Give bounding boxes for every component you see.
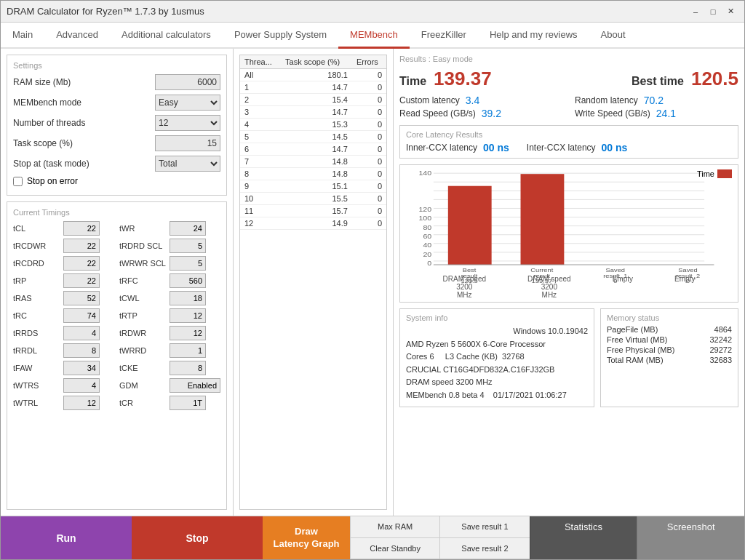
num-threads-label: Number of threads	[13, 118, 155, 128]
screenshot-button[interactable]: Screenshot	[637, 516, 744, 538]
custom-latency-value: 3.4	[466, 95, 479, 106]
inter-ccx-item: Inter-CCX latency 00 ns	[527, 142, 628, 153]
best-time-value: 120.5	[691, 68, 738, 90]
timing-tras-input[interactable]	[63, 291, 100, 305]
memory-status-label: Memory status	[607, 313, 732, 322]
inner-ccx-item: Inner-CCX latency 00 ns	[406, 142, 509, 153]
info-row: System info Windows 10.0.19042 AMD Ryzen…	[399, 308, 738, 407]
menu-freezkiller[interactable]: FreezKiller	[410, 23, 478, 49]
bar-best	[448, 186, 492, 265]
write-speed-value: 24.1	[656, 108, 676, 119]
write-speed-label: Write Speed (GB/s)	[575, 108, 650, 119]
timing-trrdl-input[interactable]	[63, 343, 100, 358]
task-scope-row: Task scope (%)	[13, 135, 220, 151]
stop-on-error-row: Stop on error	[13, 176, 220, 186]
menubar: Main Advanced Additional calculators Pow…	[1, 23, 744, 49]
svg-text:20: 20	[423, 251, 431, 258]
timing-trdwr-input[interactable]	[170, 326, 206, 340]
task-scope-input[interactable]	[155, 135, 220, 151]
timing-trfc-input[interactable]	[170, 273, 206, 288]
max-ram-button[interactable]: Max RAM	[350, 516, 439, 538]
timing-trdrd-input[interactable]	[170, 239, 206, 253]
bar-label-saved1: Empty	[613, 275, 633, 299]
draw-latency-button[interactable]: DrawLatency Graph	[263, 516, 350, 559]
inter-ccx-value: 00 ns	[602, 142, 628, 153]
save-result2-button[interactable]: Save result 2	[439, 538, 529, 560]
timing-tcke-input[interactable]	[170, 361, 206, 375]
timing-twr: tWR	[119, 221, 220, 236]
timing-twr-input[interactable]	[170, 221, 206, 236]
menu-power[interactable]: Power Supply System	[223, 23, 338, 49]
timing-twtrl-input[interactable]	[63, 396, 100, 410]
menu-membench[interactable]: MEMbench	[338, 23, 410, 49]
menu-main[interactable]: Main	[1, 23, 44, 49]
settings-section: Settings RAM size (Mb) MEMbench mode Eas…	[7, 55, 227, 196]
ram-size-input[interactable]	[155, 74, 220, 90]
timings-label: Current Timings	[13, 208, 220, 217]
timing-trcdwr-input[interactable]	[63, 239, 100, 253]
results-label: Results : Easy mode	[399, 55, 738, 63]
num-threads-select[interactable]: 12	[155, 115, 220, 131]
svg-text:120: 120	[418, 206, 431, 213]
menu-additional[interactable]: Additional calculators	[110, 23, 223, 49]
timing-tcr-input[interactable]	[170, 396, 206, 410]
pagefile-row: PageFile (MB) 4864	[607, 325, 732, 334]
table-row: 915.10	[240, 180, 386, 193]
timing-trrds-input[interactable]	[63, 326, 100, 340]
left-panel: Settings RAM size (Mb) MEMbench mode Eas…	[1, 49, 234, 516]
statistics-button[interactable]: Statistics	[530, 516, 637, 538]
membench-mode-label: MEMbench mode	[13, 97, 155, 108]
read-speed-label: Read Speed (GB/s)	[399, 108, 476, 119]
stop-mode-select[interactable]: Total	[155, 156, 220, 172]
statistics-bottom-spacer	[530, 538, 637, 560]
timing-tfaw-input[interactable]	[63, 361, 100, 375]
timing-tcwl-input[interactable]	[170, 291, 206, 305]
timing-tcl-input[interactable]	[63, 221, 100, 236]
table-row: 215.40	[240, 94, 386, 106]
small-buttons-top-row: Max RAM Save result 1 Statistics Screens…	[350, 516, 744, 538]
timing-trcdrd-input[interactable]	[63, 256, 100, 271]
timing-trtp-input[interactable]	[170, 308, 206, 323]
random-latency-value: 70.2	[644, 95, 664, 106]
menu-about[interactable]: About	[589, 23, 637, 49]
system-info-text: Windows 10.0.19042 AMD Ryzen 5 5600X 6-C…	[406, 325, 588, 402]
table-row: 1115.70	[240, 205, 386, 217]
stop-on-error-label: Stop on error	[27, 176, 78, 186]
core-latency-label: Core Latency Results	[406, 130, 732, 139]
legend-label: Time	[697, 169, 714, 178]
thread-col-header: Threa...	[240, 55, 281, 69]
taskscope-col-header: Task scope (%)	[281, 55, 352, 69]
stop-button[interactable]: Stop	[132, 516, 263, 559]
close-button[interactable]: ✕	[722, 4, 738, 19]
timing-tcl: tCL	[13, 221, 113, 236]
clear-standby-button[interactable]: Clear Standby	[350, 538, 439, 560]
timing-twrrd-input[interactable]	[170, 343, 206, 358]
free-physical-row: Free Physical (MB) 29272	[607, 345, 732, 354]
bottom-bar: Run Stop DrawLatency Graph Max RAM Save …	[1, 516, 744, 559]
bar-current	[521, 174, 565, 265]
bar-chart: 0 20 40 60 80 100 120 140	[405, 169, 733, 286]
maximize-button[interactable]: □	[705, 4, 721, 19]
bar-label-current: DRAM speed3200MHz	[527, 275, 570, 299]
timing-twtrs-input[interactable]	[63, 378, 100, 393]
custom-latency-label: Custom latency	[399, 95, 460, 105]
stop-on-error-checkbox[interactable]	[13, 177, 23, 186]
membench-mode-row: MEMbench mode Easy	[13, 95, 220, 111]
menu-help[interactable]: Help and my reviews	[478, 23, 589, 49]
timing-trc-input[interactable]	[63, 308, 100, 323]
save-result1-button[interactable]: Save result 1	[439, 516, 529, 538]
timing-trp-input[interactable]	[63, 273, 100, 288]
timing-gdm-input[interactable]	[170, 378, 220, 393]
timings-grid: tCL tWR tRCDWR tRDRD SCL	[13, 221, 220, 410]
minimize-button[interactable]: –	[688, 4, 704, 19]
run-button[interactable]: Run	[1, 516, 132, 559]
table-row: 415.30	[240, 119, 386, 131]
svg-text:80: 80	[423, 224, 431, 231]
svg-text:0: 0	[427, 260, 431, 267]
table-row: 714.80	[240, 156, 386, 168]
stop-mode-label: Stop at (task mode)	[13, 159, 155, 169]
timing-twrwr-input[interactable]	[170, 256, 206, 271]
membench-mode-select[interactable]: Easy	[155, 95, 220, 111]
stop-mode-row: Stop at (task mode) Total	[13, 156, 220, 172]
menu-advanced[interactable]: Advanced	[44, 23, 110, 49]
